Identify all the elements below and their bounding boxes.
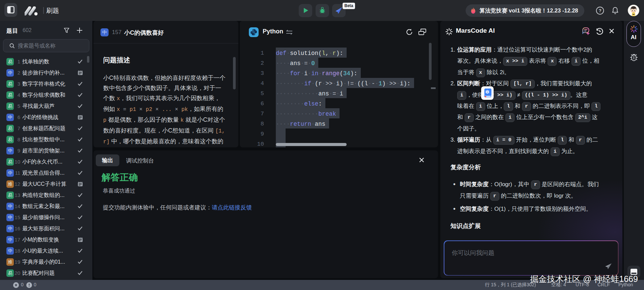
svg-text:?: ? bbox=[598, 8, 601, 13]
